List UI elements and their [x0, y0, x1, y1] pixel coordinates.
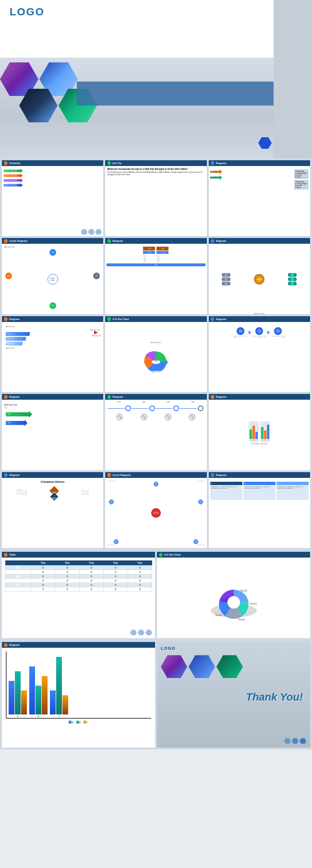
pie3d-icon — [107, 317, 111, 321]
cycle2-node-c: C — [193, 539, 198, 544]
diag6-arrow1: Text — [6, 411, 32, 417]
slide-diagram9[interactable]: Diagram Company History 2005 Text2004 Ad… — [2, 472, 103, 548]
table-row-4: Title 00X00 — [5, 579, 152, 583]
slide-thankyou[interactable]: LOGO Thank You! — [157, 642, 310, 748]
pie3d2-title: 3-D Pie Chart — [164, 553, 181, 556]
slide-diagram3[interactable]: Diagram Concept Add Your Text — [209, 238, 310, 314]
slide-header-diag5: Diagram — [209, 316, 310, 322]
cycle2-icon — [107, 473, 111, 477]
deco-hex-2 — [88, 229, 95, 235]
diag9-icon — [4, 473, 8, 477]
diag7-body: 2001200220032004 🔍 🔍 🔍 🔍 — [105, 400, 206, 470]
diag8-icon — [211, 395, 215, 399]
diag4-icon — [4, 317, 8, 321]
slide-pie3d-2[interactable]: 3-D Pie Chart — [157, 552, 310, 638]
slide-diagram7[interactable]: Diagram 2001200220032004 🔍 🔍 🔍 — [105, 394, 206, 470]
ty-hex-tech — [189, 655, 215, 678]
slide-diagram4[interactable]: Diagram Add Your Text Add Your Text Add … — [2, 316, 103, 392]
slide-hottip[interactable]: Hot Tip ❖How do I incorporate my logo to… — [105, 160, 206, 236]
table-row-5: Title 00000 — [5, 583, 152, 587]
slide-header-diag6: Diagram — [2, 394, 103, 400]
slide-header-pie3d: 3-D Pie Chart — [105, 316, 206, 322]
pie3d-title: 3-D Pie Chart — [112, 318, 129, 321]
diag9-body: Company History 2005 Text2004 Add Your T… — [2, 478, 103, 548]
diag1-body: Title Next ThemeGalleryis a Design Digit… — [209, 166, 310, 236]
table-body: Title Title Title Title Title Title 0000… — [2, 558, 155, 595]
contents-item-2: Click to add Title — [4, 174, 101, 178]
diag4-title: Diagram — [9, 318, 20, 321]
slide-header-diag3: Diagram — [209, 238, 310, 244]
slide-header-diag11: Diagram — [2, 642, 155, 648]
cycle-add-text: Add Your Text — [4, 246, 15, 248]
slide-diagram2[interactable]: Diagram Text Add YourTitle Text Text 1Te… — [105, 238, 206, 314]
diag5-icon — [211, 317, 215, 321]
diag10-icon — [211, 473, 215, 477]
hist-title: Company History — [4, 480, 101, 483]
svg-text:Title: Title — [154, 359, 158, 361]
table-row-3: Title 00000 — [5, 574, 152, 579]
cycle2-node-b: B — [198, 499, 203, 504]
cycle2-node-a: A — [154, 482, 158, 487]
arrow-2: Click to add Title — [4, 174, 23, 178]
cycle-center: Cyclename — [48, 274, 58, 285]
diag6-title: Diagram — [9, 395, 20, 398]
arrow-1: Click to add Title — [4, 169, 23, 173]
table-row-6: Title 00X00 — [5, 587, 152, 592]
slide-header-table: Table — [2, 552, 155, 558]
pie3d2-body: Text1 Text2 Text3 Text4 Text5 — [157, 558, 310, 638]
diag10-body: 1 ThemeGallery is a Design Digital Conte… — [209, 478, 310, 548]
ty-deco-hex3 — [300, 738, 306, 744]
table-row-1: Title 00000 — [5, 566, 152, 570]
diag9-title: Diagram — [9, 474, 20, 476]
svg-text:Text5: Text5 — [215, 613, 222, 617]
diag7-title: Diagram — [112, 395, 123, 398]
contents-item-3: Click to add Title — [4, 178, 101, 182]
cycle2-center: Concept — [151, 508, 161, 518]
slide-cycle2[interactable]: Cycle Diagram Concept A B C D E Add Your… — [105, 472, 206, 548]
slide-header-diag4: Diagram — [2, 316, 103, 322]
cycle-node-bottom: Hint — [49, 302, 56, 309]
slide-diagram6[interactable]: Diagram Add Your Title Text Text Text — [2, 394, 103, 470]
diag1-title: Diagram — [216, 162, 227, 165]
diag10-title: Diagram — [216, 474, 227, 476]
cycle2-body: Concept A B C D E Add Your Text Add Your… — [105, 478, 206, 548]
slide-contents[interactable]: Contents Click to add Title Click to add… — [2, 160, 103, 236]
col-blank — [5, 560, 31, 566]
ty-deco-hex1 — [284, 738, 291, 744]
diag3-icon — [211, 239, 215, 243]
slide-table[interactable]: Table Title Title Title Title Title Ti — [2, 552, 155, 638]
diag6-icon — [4, 395, 8, 399]
contents-item-1: Click to add Title — [4, 169, 101, 173]
svg-text:Text3: Text3 — [250, 602, 257, 605]
slide-diagram5[interactable]: Diagram Text ThemeGallery is a Design Di… — [209, 316, 310, 392]
cycle2-label-add3: Add Your Text — [107, 544, 114, 546]
hottip-icon — [107, 161, 111, 165]
slide-header-diag7: Diagram — [105, 394, 206, 400]
diag6-text-label: Text — [4, 407, 7, 409]
concept-circle: Concept — [254, 274, 264, 285]
ty-hex-hand2 — [216, 655, 243, 678]
slide-header-contents: Contents — [2, 160, 103, 166]
slide-header-diag2: Diagram — [105, 238, 206, 244]
slide-pie3d[interactable]: 3-D Pie Chart Add Your Text Title — [105, 316, 206, 392]
slide-diagram10[interactable]: Diagram 1 ThemeGallery is a Design Digit… — [209, 472, 310, 548]
slide-header-hottip: Hot Tip — [105, 160, 206, 166]
slide-cycle[interactable]: Cycle Diagram Cyclename Text Hint Hint H… — [2, 238, 103, 314]
company-history: Company History 2005 Text2004 Add Your T… — [3, 479, 102, 501]
diag1-icon — [211, 161, 215, 165]
data-table: Title Title Title Title Title Title 0000… — [5, 560, 152, 592]
hottip-title: Hot Tip — [112, 162, 121, 165]
slide-diagram11[interactable]: Diagram 150 100 50 A — [2, 642, 155, 748]
slide-header-diag9: Diagram — [2, 472, 103, 478]
diag6-body: Add Your Title Text Text Text — [2, 400, 103, 470]
col-title-1: Title — [31, 560, 55, 566]
arrow-4: Click to add Title — [4, 183, 23, 187]
cycle-node-left: Hint — [5, 273, 12, 279]
hero-right-bar — [274, 58, 312, 158]
slide-diagram1[interactable]: Diagram Title Next ThemeGalleryis a Desi… — [209, 160, 310, 236]
ty-deco-hex2 — [292, 738, 299, 744]
diag6-add-title: Add Your Title — [4, 404, 17, 406]
slide-diagram8[interactable]: Diagram Group 1 — [209, 394, 310, 470]
ty-hex-container — [157, 653, 310, 680]
header-slide: LOGO — [0, 0, 312, 58]
